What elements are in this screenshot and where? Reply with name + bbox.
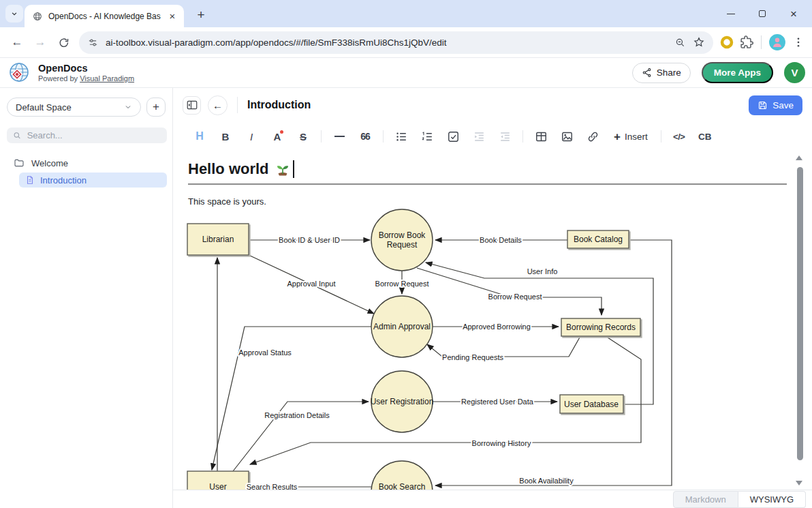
strikethrough-button[interactable]: S: [290, 128, 316, 145]
browser-back-button[interactable]: ←: [5, 31, 29, 54]
code-block-button[interactable]: CB: [692, 128, 718, 145]
address-bar[interactable]: ai-toolbox.visual-paradigm.com/app/opend…: [79, 31, 713, 54]
folder-icon: [14, 158, 25, 168]
sidebar: Default Space + Welcome Introduction: [0, 88, 173, 508]
bookmark-star-icon[interactable]: [693, 36, 705, 48]
table-button[interactable]: [528, 128, 554, 145]
opendocs-logo: [7, 61, 31, 85]
edge-label: Pending Requests: [442, 353, 503, 361]
new-tab-button[interactable]: +: [192, 6, 210, 24]
browser-tab[interactable]: OpenDocs - AI Knowledge Base ×: [25, 5, 184, 27]
edge-label: Book Details: [480, 236, 522, 244]
toggle-sidebar-button[interactable]: [183, 96, 201, 115]
format-toolbar: H B I A S 66: [173, 122, 812, 151]
profile-avatar[interactable]: [768, 33, 786, 51]
edge-label: Approval Input: [287, 280, 336, 288]
toolbar-divider: [522, 130, 523, 143]
node-book-catalog-label: Book Catalog: [574, 235, 623, 244]
heading-button[interactable]: H: [187, 128, 213, 145]
search-input[interactable]: [27, 130, 161, 140]
italic-button[interactable]: I: [238, 128, 264, 145]
task-list-button[interactable]: [440, 128, 466, 145]
more-apps-button[interactable]: More Apps: [702, 62, 773, 83]
red-dot: [280, 130, 283, 134]
inline-code-button[interactable]: </>: [666, 128, 692, 145]
tab-favicon-globe-icon: [32, 11, 43, 22]
document-content[interactable]: Hello world This space is yours.: [173, 151, 812, 508]
window-close-button[interactable]: ×: [778, 0, 809, 27]
app-header: OpenDocs Powered by Visual Paradigm Shar…: [0, 58, 812, 88]
page-label: Introduction: [40, 175, 87, 185]
image-button[interactable]: [554, 128, 580, 145]
tab-wysiwyg[interactable]: WYSIWYG: [738, 491, 806, 508]
panel-toggle-icon: [186, 99, 198, 111]
node-admin-approval-label: Admin Approval: [373, 322, 431, 331]
heading-text: Hello world: [188, 160, 269, 178]
sidebar-item-introduction[interactable]: Introduction: [19, 173, 167, 188]
sidebar-search[interactable]: [7, 128, 167, 143]
image-icon: [561, 130, 574, 143]
window-minimize-button[interactable]: [715, 0, 747, 27]
blockquote-button[interactable]: 66: [352, 128, 378, 145]
edge-label: Registered User Data: [461, 398, 534, 406]
bold-button[interactable]: B: [213, 128, 238, 145]
tab-search-chevron-icon[interactable]: [5, 5, 23, 23]
toolbar-separator: [761, 35, 762, 49]
link-icon: [587, 130, 599, 143]
tab-markdown[interactable]: Markdown: [673, 491, 738, 508]
zoom-icon[interactable]: [674, 37, 686, 48]
window-maximize-button[interactable]: [747, 0, 778, 27]
url-text[interactable]: ai-toolbox.visual-paradigm.com/app/opend…: [106, 38, 668, 48]
seedling-emoji-icon: [275, 162, 290, 177]
scrollbar-down-arrow[interactable]: [796, 481, 802, 485]
tab-close-icon[interactable]: ×: [166, 10, 178, 23]
indent-button: [466, 128, 492, 145]
font-color-button[interactable]: A: [264, 128, 290, 145]
browser-menu-kebab-icon[interactable]: [790, 34, 807, 50]
edge-label: Borrow Request: [488, 293, 542, 301]
minimize-icon: [727, 14, 735, 14]
site-settings-icon[interactable]: [87, 37, 99, 48]
bullet-list-icon: [395, 130, 408, 143]
scrollbar-thumb[interactable]: [797, 167, 803, 460]
space-selector[interactable]: Default Space: [7, 98, 141, 117]
link-button[interactable]: [580, 128, 606, 145]
doc-heading[interactable]: Hello world: [188, 160, 787, 178]
user-avatar[interactable]: V: [784, 62, 805, 83]
extensions-puzzle-icon[interactable]: [739, 35, 754, 50]
outdent-button: [492, 128, 518, 145]
insert-button[interactable]: + Insert: [606, 128, 656, 145]
powered-by-prefix: Powered by: [38, 74, 80, 83]
save-label: Save: [772, 100, 794, 110]
save-button[interactable]: Save: [749, 95, 802, 115]
scrollbar-up-arrow[interactable]: [796, 155, 802, 160]
diagram-edges: [212, 240, 672, 487]
brand-block: OpenDocs Powered by Visual Paradigm: [38, 63, 134, 83]
visual-paradigm-link[interactable]: Visual Paradigm: [80, 74, 134, 83]
bullet-list-button[interactable]: [388, 128, 414, 145]
table-icon: [535, 130, 548, 143]
data-flow-diagram[interactable]: Librarian Borrow BookRequest Book Catalo…: [182, 205, 790, 508]
toolbar-divider: [321, 130, 322, 143]
more-apps-label: More Apps: [714, 68, 761, 78]
sidebar-item-welcome[interactable]: Welcome: [0, 155, 172, 170]
browser-titlebar: OpenDocs - AI Knowledge Base × + ×: [0, 0, 812, 27]
folder-label: Welcome: [31, 158, 68, 168]
browser-reload-button[interactable]: [52, 31, 75, 54]
toolbar-divider: [383, 130, 384, 143]
edge-label: Borrowing History: [472, 439, 531, 447]
numbered-list-button[interactable]: [414, 128, 440, 145]
document-icon: [25, 175, 35, 185]
share-button[interactable]: Share: [632, 63, 691, 83]
outdent-icon: [499, 130, 512, 143]
horizontal-rule-button[interactable]: [326, 128, 352, 145]
add-space-button[interactable]: +: [146, 98, 166, 117]
back-button[interactable]: ←: [208, 95, 228, 115]
maximize-icon: [759, 10, 766, 17]
browser-toolbar: ← → ai-toolbox.visual-paradigm.com/app/o…: [0, 27, 812, 58]
numbered-list-icon: [421, 130, 434, 143]
diagram-nodes: Librarian Borrow BookRequest Book Catalo…: [187, 209, 640, 508]
editor-pane: ← Introduction Save H B I A S 66: [173, 88, 812, 508]
extension-ring-icon[interactable]: [719, 34, 735, 50]
text-cursor: [293, 160, 294, 178]
